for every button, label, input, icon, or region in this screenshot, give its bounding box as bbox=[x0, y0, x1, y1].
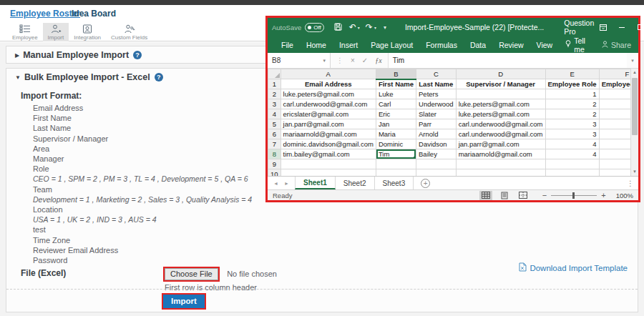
ribbon-tab-view[interactable]: View bbox=[530, 41, 560, 49]
cell-D6[interactable]: carl.underwood@gmail.com bbox=[456, 129, 545, 139]
ribbon-tab-page-layout[interactable]: Page Layout bbox=[364, 41, 419, 49]
row-number-6[interactable]: 6 bbox=[268, 129, 281, 139]
cell-A1[interactable]: Email Address bbox=[280, 79, 376, 89]
redo-dropdown-icon[interactable]: ▾ bbox=[374, 25, 376, 30]
redo-icon[interactable]: ↷ bbox=[366, 23, 373, 31]
cell-E8[interactable]: 4 bbox=[545, 149, 599, 159]
page-layout-view-icon[interactable] bbox=[498, 191, 511, 200]
cancel-entry-icon[interactable]: × bbox=[351, 56, 355, 64]
cell-A8[interactable]: tim.bailey@gmail.com bbox=[280, 149, 376, 159]
cell-B9[interactable] bbox=[376, 159, 416, 169]
import-button[interactable]: Import bbox=[163, 295, 205, 308]
cell-C9[interactable] bbox=[416, 159, 457, 169]
normal-view-icon[interactable] bbox=[479, 191, 492, 200]
scrollbar-thumb[interactable] bbox=[632, 78, 638, 135]
cell-B7[interactable]: Dominic bbox=[376, 139, 416, 149]
cell-C6[interactable]: Arnold bbox=[416, 129, 457, 139]
cell-A3[interactable]: carl.underwood@gmail.com bbox=[280, 99, 376, 109]
ribbon-tab-data[interactable]: Data bbox=[464, 41, 492, 49]
cell-B1[interactable]: First Name bbox=[376, 79, 416, 89]
sheet-tab-sheet2[interactable]: Sheet2 bbox=[336, 177, 375, 189]
cell-A10[interactable] bbox=[280, 169, 376, 177]
cell-D5[interactable]: carl.underwood@gmail.com bbox=[456, 119, 545, 129]
help-icon[interactable]: ? bbox=[133, 51, 142, 59]
cell-D1[interactable]: Supervisor / Manager bbox=[456, 79, 545, 89]
save-icon[interactable] bbox=[334, 23, 342, 32]
help-icon[interactable]: ? bbox=[155, 73, 163, 82]
choose-file-button[interactable]: Choose File bbox=[165, 268, 218, 280]
cell-B8[interactable]: Tim bbox=[376, 149, 416, 159]
maximize-button[interactable] bbox=[631, 20, 644, 34]
share-button[interactable]: Share bbox=[602, 41, 631, 49]
cell-E4[interactable]: 2 bbox=[545, 109, 599, 119]
row-number-3[interactable]: 3 bbox=[268, 99, 281, 109]
cell-D4[interactable]: luke.peters@gmail.com bbox=[456, 109, 545, 119]
insert-function-icon[interactable]: ƒx bbox=[375, 56, 381, 64]
toolbar-item-integration[interactable]: Integration bbox=[69, 23, 106, 41]
cell-A2[interactable]: luke.peters@gmail.com bbox=[280, 89, 376, 99]
sheet-next-icon[interactable]: ► bbox=[284, 181, 289, 186]
column-header-E[interactable]: E bbox=[545, 69, 599, 79]
nav-tab-idea-board[interactable]: Idea Board bbox=[72, 9, 116, 19]
sheet-tab-sheet1[interactable]: Sheet1 bbox=[295, 177, 336, 189]
cell-B6[interactable]: Maria bbox=[376, 129, 416, 139]
cell-B2[interactable]: Luke bbox=[376, 89, 416, 99]
formula-input[interactable]: Tim bbox=[389, 53, 627, 68]
zoom-slider[interactable] bbox=[551, 192, 597, 199]
page-break-preview-icon[interactable] bbox=[517, 191, 530, 200]
new-sheet-button[interactable]: + bbox=[421, 179, 430, 188]
undo-dropdown-icon[interactable]: ▾ bbox=[358, 25, 360, 30]
vertical-scrollbar[interactable]: ▲ ▼ bbox=[630, 69, 638, 176]
cell-C3[interactable]: Underwood bbox=[416, 99, 457, 109]
cell-D10[interactable] bbox=[456, 169, 545, 177]
row-number-2[interactable]: 2 bbox=[268, 89, 281, 99]
cell-C4[interactable]: Slater bbox=[416, 109, 457, 119]
cell-C8[interactable]: Bailey bbox=[416, 149, 457, 159]
ribbon-tab-insert[interactable]: Insert bbox=[333, 41, 364, 49]
cell-E10[interactable] bbox=[545, 169, 599, 177]
scroll-up-icon[interactable]: ▲ bbox=[631, 69, 638, 76]
minimize-button[interactable] bbox=[613, 20, 631, 34]
cell-D8[interactable]: mariaarnold@gmail.com bbox=[456, 149, 545, 159]
row-number-10[interactable]: 10 bbox=[268, 169, 281, 177]
zoom-out-icon[interactable]: − bbox=[542, 192, 547, 199]
name-box[interactable]: B8 ▾ bbox=[268, 53, 331, 68]
ribbon-tab-file[interactable]: File bbox=[275, 41, 300, 49]
cell-C7[interactable]: Davidson bbox=[416, 139, 457, 149]
ribbon-tab-review[interactable]: Review bbox=[492, 41, 530, 49]
undo-icon[interactable]: ↶ bbox=[349, 23, 356, 31]
cell-A9[interactable] bbox=[280, 159, 376, 169]
cell-B10[interactable] bbox=[376, 169, 416, 177]
expand-formula-bar-icon[interactable]: ▾ bbox=[627, 58, 638, 64]
sheet-prev-icon[interactable]: ◄ bbox=[273, 181, 278, 186]
ribbon-display-options-icon[interactable] bbox=[594, 20, 613, 34]
ribbon-tab-home[interactable]: Home bbox=[300, 41, 333, 49]
name-box-dropdown-icon[interactable]: ▾ bbox=[323, 58, 326, 64]
cell-D3[interactable]: luke.peters@gmail.com bbox=[456, 99, 545, 109]
autosave-toggle[interactable]: Off bbox=[305, 23, 324, 32]
cell-E5[interactable]: 3 bbox=[545, 119, 599, 129]
nav-tab-employee-roster[interactable]: Employee Roster bbox=[10, 9, 80, 19]
cell-C5[interactable]: Parr bbox=[416, 119, 457, 129]
confirm-entry-icon[interactable]: ✓ bbox=[362, 56, 368, 64]
row-number-9[interactable]: 9 bbox=[268, 159, 281, 169]
cell-B5[interactable]: Jan bbox=[376, 119, 416, 129]
cell-E3[interactable]: 2 bbox=[545, 99, 599, 109]
cell-C10[interactable] bbox=[416, 169, 457, 177]
toolbar-item-employee[interactable]: Employee bbox=[7, 23, 43, 41]
row-number-1[interactable]: 1 bbox=[268, 79, 281, 89]
cell-A7[interactable]: dominic.davidson@gmail.com bbox=[280, 139, 376, 149]
row-number-5[interactable]: 5 bbox=[268, 119, 281, 129]
customize-qat-icon[interactable]: ▾ bbox=[384, 24, 386, 31]
cell-A4[interactable]: ericslater@gmail.com bbox=[280, 109, 376, 119]
cell-C1[interactable]: Last Name bbox=[416, 79, 457, 89]
toolbar-item-import[interactable]: Import bbox=[43, 23, 69, 41]
row-number-4[interactable]: 4 bbox=[268, 109, 281, 119]
tell-me-tab[interactable]: Tell me bbox=[559, 36, 602, 54]
cell-E1[interactable]: Employee Role bbox=[545, 79, 599, 89]
ribbon-tab-formulas[interactable]: Formulas bbox=[419, 41, 464, 49]
cell-A5[interactable]: jan.parr@gmail.com bbox=[280, 119, 376, 129]
sheet-tab-sheet3[interactable]: Sheet3 bbox=[375, 177, 414, 189]
cell-B4[interactable]: Eric bbox=[376, 109, 416, 119]
cell-D2[interactable] bbox=[456, 89, 545, 99]
